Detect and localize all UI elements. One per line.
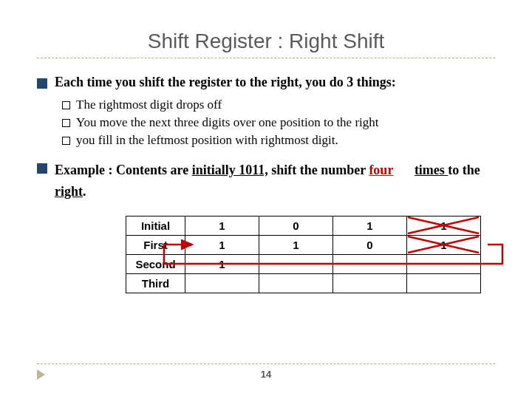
example-text: Example : Contents are initially 1011, s… [55, 160, 495, 202]
cell [259, 254, 333, 273]
intro-text: Each time you shift the register to the … [55, 75, 396, 90]
cell: 1 [185, 235, 259, 254]
cell: 1 [407, 216, 481, 235]
example-times: times [415, 163, 448, 177]
sub-bullet: The rightmost digit drops off [62, 98, 495, 112]
shift-table: Initial 1 0 1 1 First 1 1 0 1 Second 1 [126, 216, 481, 293]
footer: 14 [0, 364, 532, 380]
cell [407, 254, 481, 273]
cell [259, 273, 333, 293]
cell [407, 273, 481, 293]
page-number: 14 [45, 369, 487, 380]
checkbox-icon [62, 101, 70, 109]
checkbox-icon [62, 119, 70, 127]
page-title: Shift Register : Right Shift [37, 30, 495, 53]
example-initially: initially 1011, [192, 163, 268, 177]
row-label: Initial [126, 216, 185, 235]
triangle-icon [37, 369, 45, 380]
cell: 1 [185, 254, 259, 273]
sub-bullet-text: you fill in the leftmost position with r… [76, 133, 338, 148]
cell: 1 [407, 235, 481, 254]
sub-bullet: You move the next three digits over one … [62, 115, 495, 130]
sub-bullet: you fill in the leftmost position with r… [62, 133, 495, 148]
cell: 0 [333, 235, 407, 254]
table-row: Initial 1 0 1 1 [126, 216, 481, 235]
square-bullet-icon [37, 163, 47, 174]
shift-table-wrap: Initial 1 0 1 1 First 1 1 0 1 Second 1 [126, 216, 495, 293]
sub-bullet-text: You move the next three digits over one … [76, 115, 379, 130]
sub-bullet-list: The rightmost digit drops off You move t… [62, 98, 495, 148]
cell: 1 [185, 216, 259, 235]
table-row: Second 1 [126, 254, 481, 273]
square-bullet-icon [37, 78, 47, 89]
divider-bottom [37, 364, 495, 364]
example-mid: shift the number [268, 163, 369, 177]
row-label: Second [126, 254, 185, 273]
cell [333, 254, 407, 273]
divider-top [37, 58, 495, 58]
row-label: Third [126, 273, 185, 293]
row-label: First [126, 235, 185, 254]
cell [333, 273, 407, 293]
intro-line: Each time you shift the register to the … [37, 75, 495, 90]
example-to-the: to the [448, 163, 480, 177]
cell: 0 [259, 216, 333, 235]
cell: 1 [259, 235, 333, 254]
example-lead: Example : Contents are [55, 163, 192, 177]
table-row: First 1 1 0 1 [126, 235, 481, 254]
sub-bullet-text: The rightmost digit drops off [76, 98, 222, 112]
table-row: Third [126, 273, 481, 293]
cell: 1 [333, 216, 407, 235]
cell [185, 273, 259, 293]
example-period: . [83, 184, 86, 199]
example-line: Example : Contents are initially 1011, s… [37, 160, 495, 202]
example-right: right [55, 184, 83, 199]
example-four: four [369, 163, 393, 177]
checkbox-icon [62, 137, 70, 145]
